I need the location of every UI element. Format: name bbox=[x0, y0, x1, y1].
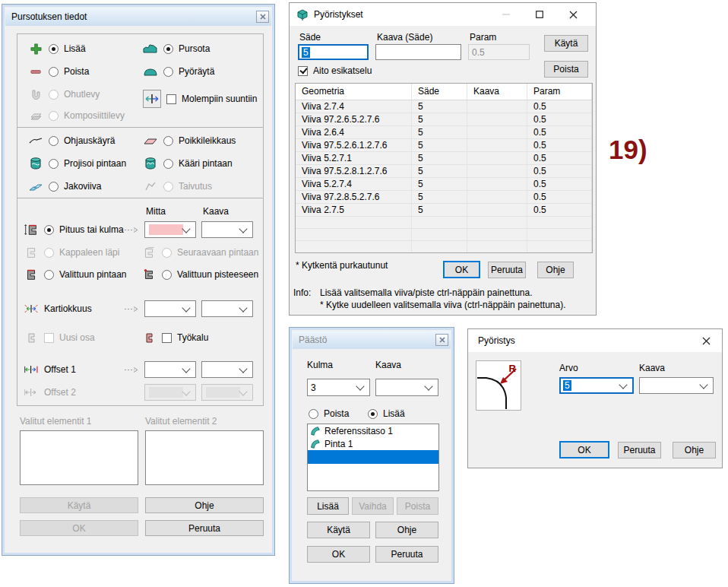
peruuta-button[interactable]: Peruuta bbox=[375, 546, 438, 563]
kaava-combo[interactable] bbox=[375, 379, 438, 396]
ohje-button[interactable]: Ohje bbox=[375, 522, 438, 538]
table-row[interactable]: Viiva 2.6.450.5 bbox=[296, 126, 592, 139]
close-button[interactable] bbox=[435, 334, 448, 346]
ohje-button[interactable]: Ohje bbox=[673, 442, 716, 458]
option-lisaa[interactable]: Lisää bbox=[28, 41, 86, 56]
peruuta-button[interactable]: Peruuta bbox=[145, 520, 264, 536]
close-button[interactable] bbox=[256, 11, 269, 23]
option-poista[interactable]: Poista bbox=[309, 406, 349, 421]
ok-button[interactable]: OK bbox=[307, 546, 370, 563]
checkbox-tyokalu[interactable] bbox=[162, 333, 172, 343]
param-value: 0.5 bbox=[472, 47, 485, 58]
offset1-kaava-combo[interactable] bbox=[201, 361, 253, 378]
option-tyokalu[interactable]: Työkalu bbox=[141, 330, 208, 345]
dialog-pyoristys: Pyöristys R Arvo Kaava 5 OK Peruuta Ohje bbox=[467, 328, 723, 468]
offset1-mitta-combo[interactable] bbox=[144, 361, 196, 378]
valitut2-listbox[interactable] bbox=[145, 430, 264, 485]
radio-valittuun-pintaan[interactable] bbox=[44, 270, 54, 280]
kulma-combo[interactable]: 3 bbox=[307, 379, 370, 396]
title-bar[interactable]: Päästö bbox=[293, 331, 451, 349]
option-valittuun-pintaan[interactable]: Valittuun pintaan bbox=[24, 267, 127, 282]
list-item-label: Pinta 1 bbox=[324, 439, 353, 449]
table-row[interactable]: Viiva 5.2.7.450.5 bbox=[296, 178, 592, 191]
checkbox-aito-esikatselu[interactable] bbox=[298, 66, 308, 76]
table-row[interactable]: Viiva 97.5.2.8.1.2.7.650.5 bbox=[296, 165, 592, 178]
table-row[interactable]: Viiva 97.2.8.5.2.7.650.5 bbox=[296, 191, 592, 204]
bend-icon bbox=[143, 179, 158, 193]
kayta-button[interactable]: Käytä bbox=[544, 35, 588, 52]
ok-button[interactable]: OK bbox=[443, 261, 480, 278]
option-label: Poista bbox=[324, 408, 349, 419]
kaava-combo[interactable] bbox=[639, 377, 714, 394]
radio-jakoviiva[interactable] bbox=[49, 182, 59, 192]
radio-lisaa[interactable] bbox=[368, 409, 378, 419]
mitta-combo[interactable] bbox=[144, 221, 196, 238]
radio-ohjauskayra[interactable] bbox=[49, 136, 59, 146]
offset2-kaava-combo bbox=[201, 384, 253, 401]
radio-valittuun-pisteeseen[interactable] bbox=[162, 270, 172, 280]
radio-pituus[interactable] bbox=[44, 225, 54, 235]
radio-lisaa[interactable] bbox=[49, 44, 59, 54]
lisaa-button[interactable]: Lisää bbox=[307, 497, 349, 515]
header-sade[interactable]: Säde bbox=[412, 84, 467, 100]
option-lisaa[interactable]: Lisää bbox=[368, 406, 405, 421]
kartiokkuus-mitta-combo[interactable] bbox=[144, 300, 196, 317]
list-item-label: Referenssitaso 1 bbox=[324, 426, 393, 436]
option-kappaleen: Kappaleen läpi bbox=[24, 245, 119, 260]
option-label: Valittuun pintaan bbox=[59, 269, 127, 280]
radio-poista[interactable] bbox=[309, 409, 318, 419]
radio-poikkileikkaus[interactable] bbox=[163, 136, 173, 146]
option-poista[interactable]: Poista bbox=[28, 64, 89, 79]
option-ohjauskayra[interactable]: Ohjauskäyrä bbox=[28, 133, 115, 148]
table-row[interactable]: Viiva 97.2.6.5.2.7.650.5 bbox=[296, 113, 592, 126]
list-item[interactable]: Pinta 1 bbox=[308, 437, 438, 450]
both-directions-button[interactable] bbox=[143, 90, 161, 108]
sade-input[interactable]: 5 bbox=[298, 44, 369, 60]
fillet-app-icon bbox=[296, 8, 309, 21]
radio-poista[interactable] bbox=[49, 67, 59, 77]
option-molempiin[interactable]: Molempiin suuntiin bbox=[166, 91, 257, 106]
radio-pyorayta[interactable] bbox=[163, 67, 173, 77]
peruuta-button[interactable]: Peruuta bbox=[618, 442, 661, 458]
table-row[interactable]: Viiva 2.7.550.5 bbox=[296, 204, 592, 217]
ohje-button[interactable]: Ohje bbox=[145, 497, 264, 513]
option-poikkileikkaus[interactable]: Poikkileikkaus bbox=[143, 133, 236, 148]
table-row[interactable]: Viiva 97.5.2.6.1.2.7.650.5 bbox=[296, 139, 592, 152]
option-kaari[interactable]: Kääri pintaan bbox=[143, 156, 233, 171]
table-row[interactable]: Viiva 5.2.7.150.5 bbox=[296, 152, 592, 165]
selected-row[interactable] bbox=[308, 450, 438, 464]
table-row[interactable]: Viiva 2.7.450.5 bbox=[296, 100, 592, 113]
checkbox-molempiin[interactable] bbox=[166, 94, 176, 104]
plus-icon bbox=[28, 42, 43, 56]
radio-pursota[interactable] bbox=[163, 44, 173, 54]
peruuta-button[interactable]: Peruuta bbox=[488, 262, 526, 278]
option-valittuun-pisteeseen[interactable]: Valittuun pisteeseen bbox=[141, 267, 258, 282]
poista-button[interactable]: Poista bbox=[544, 61, 588, 78]
header-geometria[interactable]: Geometria bbox=[296, 84, 412, 100]
option-pituus[interactable]: Pituus tai kulma bbox=[24, 222, 124, 237]
arvo-combo[interactable]: 5 bbox=[559, 377, 634, 394]
kaava-sade-input[interactable] bbox=[375, 44, 461, 60]
close-button[interactable] bbox=[560, 3, 586, 26]
option-pyorayta[interactable]: Pyöräytä bbox=[143, 64, 214, 79]
option-jakoviiva[interactable]: Jakoviiva bbox=[28, 179, 101, 194]
paasto-list-box[interactable]: Referenssitaso 1Pinta 1 bbox=[307, 424, 439, 491]
kartiokkuus-kaava-combo[interactable] bbox=[201, 300, 253, 317]
ok-button[interactable]: OK bbox=[559, 441, 609, 458]
ohje-button[interactable]: Ohje bbox=[537, 262, 574, 278]
list-item[interactable]: Referenssitaso 1 bbox=[308, 424, 438, 437]
radio-kaari[interactable] bbox=[163, 159, 173, 169]
maximize-button[interactable] bbox=[527, 3, 552, 26]
close-button[interactable] bbox=[693, 329, 719, 352]
option-projisoi[interactable]: Projisoi pintaan bbox=[28, 156, 126, 171]
title-bar[interactable]: Pyöristys bbox=[468, 329, 722, 352]
valitut1-listbox[interactable] bbox=[20, 430, 138, 485]
preview-checkbox-row[interactable]: Aito esikatselu bbox=[298, 63, 372, 78]
option-pursota[interactable]: Pursota bbox=[143, 41, 210, 56]
kaava-combo-1[interactable] bbox=[201, 221, 253, 238]
radio-projisoi[interactable] bbox=[49, 159, 59, 169]
title-bar[interactable]: Pursotuksen tiedot bbox=[5, 8, 271, 26]
kayta-button[interactable]: Käytä bbox=[307, 522, 370, 538]
header-kaava[interactable]: Kaava bbox=[467, 84, 527, 100]
header-param[interactable]: Param bbox=[527, 84, 592, 100]
